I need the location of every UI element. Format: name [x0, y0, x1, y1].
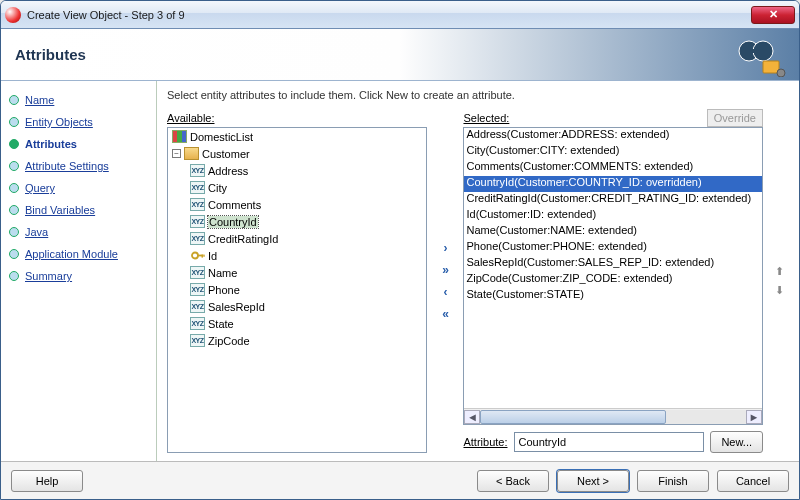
tree-attrs: XYZAddress XYZCity XYZComments XYZCountr…	[168, 162, 426, 349]
shuttle-buttons: › » ‹ «	[433, 109, 457, 453]
wizard-body: Name Entity Objects Attributes Attribute…	[1, 81, 799, 461]
attr-icon: XYZ	[190, 198, 205, 211]
reorder-buttons: ⬆ ⬇	[769, 109, 789, 453]
available-column: Available: DomesticList − Customer	[167, 109, 427, 453]
attr-icon: XYZ	[190, 283, 205, 296]
footer: Help < Back Next > Finish Cancel	[1, 461, 799, 499]
list-item[interactable]: Address(Customer:ADDRESS: extended)	[464, 128, 762, 144]
back-button[interactable]: < Back	[477, 470, 549, 492]
attr-icon: XYZ	[190, 181, 205, 194]
list-item[interactable]: Comments(Customer:COMMENTS: extended)	[464, 160, 762, 176]
tree-entity[interactable]: − Customer	[168, 145, 426, 162]
finish-button[interactable]: Finish	[637, 470, 709, 492]
list-item-selected[interactable]: CountryId(Customer:COUNTRY_ID: overridde…	[464, 176, 762, 192]
attribute-label: Attribute:	[463, 436, 507, 448]
step-attributes[interactable]: Attributes	[1, 133, 156, 155]
step-application-module[interactable]: Application Module	[1, 243, 156, 265]
attr-icon: XYZ	[190, 266, 205, 279]
move-all-left-button[interactable]: «	[436, 306, 454, 322]
list-item[interactable]: ZipCode(Customer:ZIP_CODE: extended)	[464, 272, 762, 288]
attr-node[interactable]: XYZAddress	[186, 162, 426, 179]
available-tree[interactable]: DomesticList − Customer XYZAddress XYZCi…	[167, 127, 427, 453]
attr-icon: XYZ	[190, 215, 205, 228]
cancel-button[interactable]: Cancel	[717, 470, 789, 492]
attr-node-selected[interactable]: XYZCountryId	[186, 213, 426, 230]
window-title: Create View Object - Step 3 of 9	[27, 9, 751, 21]
list-item[interactable]: Name(Customer:NAME: extended)	[464, 224, 762, 240]
svg-rect-8	[203, 255, 204, 257]
attr-node-key[interactable]: Id	[186, 247, 426, 264]
svg-rect-7	[201, 255, 203, 258]
attribute-input[interactable]	[514, 432, 705, 452]
steps-sidebar: Name Entity Objects Attributes Attribute…	[1, 81, 157, 461]
close-button[interactable]: ✕	[751, 6, 795, 24]
list-item[interactable]: SalesRepId(Customer:SALES_REP_ID: extend…	[464, 256, 762, 272]
view-object-icon	[172, 130, 187, 143]
step-attribute-settings[interactable]: Attribute Settings	[1, 155, 156, 177]
page-heading: Attributes	[15, 46, 86, 63]
scroll-left-icon[interactable]: ◄	[464, 410, 480, 424]
attribute-row: Attribute: New...	[463, 431, 763, 453]
attr-icon: XYZ	[190, 232, 205, 245]
attr-node[interactable]: XYZSalesRepId	[186, 298, 426, 315]
banner: Attributes	[1, 29, 799, 81]
wizard-window: Create View Object - Step 3 of 9 ✕ Attri…	[0, 0, 800, 500]
collapse-icon[interactable]: −	[172, 149, 181, 158]
attr-node[interactable]: XYZPhone	[186, 281, 426, 298]
next-button[interactable]: Next >	[557, 470, 629, 492]
tree-root-label: DomesticList	[190, 131, 253, 143]
override-button[interactable]: Override	[707, 109, 763, 127]
list-item[interactable]: State(Customer:STATE)	[464, 288, 762, 304]
selected-label: Selected:	[463, 112, 509, 124]
available-label: Available:	[167, 112, 215, 124]
move-down-button[interactable]: ⬇	[775, 284, 784, 297]
move-left-button[interactable]: ‹	[436, 284, 454, 300]
banner-art	[729, 33, 789, 77]
key-icon	[190, 249, 205, 262]
step-summary[interactable]: Summary	[1, 265, 156, 287]
move-all-right-button[interactable]: »	[436, 262, 454, 278]
attr-icon: XYZ	[190, 300, 205, 313]
instruction-text: Select entity attributes to include them…	[167, 89, 789, 101]
svg-point-5	[192, 253, 198, 259]
list-item[interactable]: Phone(Customer:PHONE: extended)	[464, 240, 762, 256]
help-button[interactable]: Help	[11, 470, 83, 492]
scroll-thumb[interactable]	[480, 410, 666, 424]
step-entity-objects[interactable]: Entity Objects	[1, 111, 156, 133]
attr-icon: XYZ	[190, 334, 205, 347]
attr-node[interactable]: XYZState	[186, 315, 426, 332]
attr-icon: XYZ	[190, 164, 205, 177]
attr-node[interactable]: XYZComments	[186, 196, 426, 213]
step-name[interactable]: Name	[1, 89, 156, 111]
scroll-right-icon[interactable]: ►	[746, 410, 762, 424]
attr-node[interactable]: XYZCity	[186, 179, 426, 196]
selected-column: Selected: Override Address(Customer:ADDR…	[463, 109, 763, 453]
tree-root[interactable]: DomesticList	[168, 128, 426, 145]
horizontal-scrollbar[interactable]: ◄ ►	[464, 408, 762, 424]
step-query[interactable]: Query	[1, 177, 156, 199]
selected-list[interactable]: Address(Customer:ADDRESS: extended) City…	[463, 127, 763, 425]
entity-icon	[184, 147, 199, 160]
app-icon	[5, 7, 21, 23]
svg-rect-2	[751, 49, 761, 53]
list-item[interactable]: City(Customer:CITY: extended)	[464, 144, 762, 160]
svg-point-4	[777, 69, 785, 77]
tree-entity-label: Customer	[202, 148, 250, 160]
step-bind-variables[interactable]: Bind Variables	[1, 199, 156, 221]
move-right-button[interactable]: ›	[436, 240, 454, 256]
svg-rect-3	[763, 61, 779, 73]
list-item[interactable]: CreditRatingId(Customer:CREDIT_RATING_ID…	[464, 192, 762, 208]
step-java[interactable]: Java	[1, 221, 156, 243]
attr-node[interactable]: XYZName	[186, 264, 426, 281]
move-up-button[interactable]: ⬆	[775, 265, 784, 278]
new-button[interactable]: New...	[710, 431, 763, 453]
attr-icon: XYZ	[190, 317, 205, 330]
titlebar[interactable]: Create View Object - Step 3 of 9 ✕	[1, 1, 799, 29]
main-pane: Select entity attributes to include them…	[157, 81, 799, 461]
attr-node[interactable]: XYZZipCode	[186, 332, 426, 349]
list-item[interactable]: Id(Customer:ID: extended)	[464, 208, 762, 224]
attr-node[interactable]: XYZCreditRatingId	[186, 230, 426, 247]
shuttle-panels: Available: DomesticList − Customer	[167, 109, 789, 453]
